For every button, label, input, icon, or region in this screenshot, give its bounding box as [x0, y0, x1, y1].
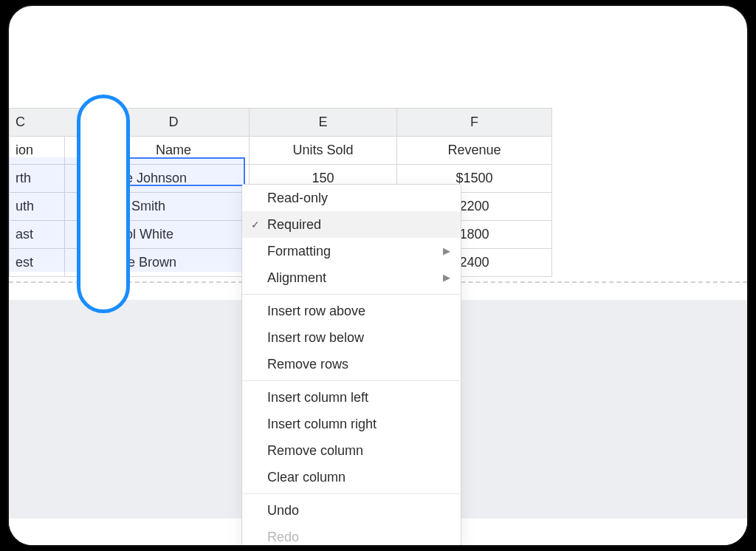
menu-label: Clear column [267, 470, 346, 485]
cell-d-2[interactable]: Bob Smith [98, 193, 250, 221]
header-cell-c[interactable]: ion [10, 137, 65, 165]
menu-read-only[interactable]: Read-only [242, 185, 461, 211]
menu-redo: Redo [242, 524, 461, 547]
menu-formatting[interactable]: Formatting ▶ [242, 238, 461, 264]
cell-d-4[interactable]: Dave Brown [98, 249, 250, 277]
menu-label: Insert column left [267, 390, 368, 405]
menu-remove-col[interactable]: Remove column [242, 437, 461, 464]
cell-d-3[interactable]: Carol White [98, 221, 250, 249]
menu-label: Read-only [267, 191, 328, 205]
menu-separator [242, 380, 461, 381]
menu-label: Insert column right [267, 417, 377, 431]
menu-insert-row-above[interactable]: Insert row above [242, 298, 461, 324]
cell-c-1[interactable]: rth [10, 165, 65, 193]
header-cell-marker[interactable] [65, 137, 98, 165]
header-cell-f[interactable]: Revenue [397, 137, 552, 165]
cell-marker-2[interactable]: ✱ [65, 193, 98, 221]
col-header-f[interactable]: F [397, 109, 552, 137]
check-icon: ✓ [251, 211, 260, 238]
menu-label: Remove column [267, 443, 363, 458]
menu-label: Required [267, 217, 321, 232]
cell-marker-3[interactable]: ✱ [65, 221, 98, 249]
required-icon: ✱ [85, 223, 94, 233]
menu-label: Redo [267, 530, 299, 544]
menu-label: Remove rows [267, 357, 348, 372]
header-cell-e[interactable]: Units Sold [250, 137, 397, 165]
menu-required[interactable]: ✓ Required [242, 211, 461, 238]
menu-separator [242, 294, 461, 295]
menu-label: Formatting [267, 244, 331, 259]
required-icon: ✱ [85, 167, 94, 177]
cell-marker-1[interactable]: ✱ [65, 165, 98, 193]
col-header-e[interactable]: E [250, 109, 397, 137]
menu-insert-row-below[interactable]: Insert row below [242, 324, 461, 351]
context-menu: Read-only ✓ Required Formatting ▶ Alignm… [241, 184, 461, 547]
menu-label: Alignment [267, 270, 326, 285]
menu-clear-col[interactable]: Clear column [242, 464, 461, 490]
cell-d-1[interactable]: Alice Johnson [98, 165, 250, 193]
menu-insert-col-right[interactable]: Insert column right [242, 411, 461, 437]
required-icon: ✱ [85, 195, 94, 205]
cell-c-2[interactable]: uth [10, 193, 65, 221]
cell-c-4[interactable]: est [10, 249, 65, 277]
cell-c-3[interactable]: ast [10, 221, 65, 249]
header-cell-d[interactable]: Name [98, 137, 250, 165]
menu-undo[interactable]: Undo [242, 497, 461, 524]
menu-label: Insert row below [267, 330, 364, 345]
col-header-c[interactable]: C [10, 109, 65, 137]
menu-label: Undo [267, 503, 299, 518]
required-icon: ✱ [85, 251, 94, 261]
menu-remove-rows[interactable]: Remove rows [242, 351, 461, 377]
chevron-right-icon: ▶ [443, 238, 450, 264]
menu-separator [242, 493, 461, 494]
cell-marker-4[interactable]: ✱ [65, 249, 98, 277]
menu-alignment[interactable]: Alignment ▶ [242, 264, 461, 291]
col-header-d[interactable]: D [98, 109, 250, 137]
col-header-marker[interactable] [65, 109, 98, 137]
chevron-right-icon: ▶ [443, 264, 450, 291]
menu-label: Insert row above [267, 304, 365, 318]
menu-insert-col-left[interactable]: Insert column left [242, 384, 461, 411]
